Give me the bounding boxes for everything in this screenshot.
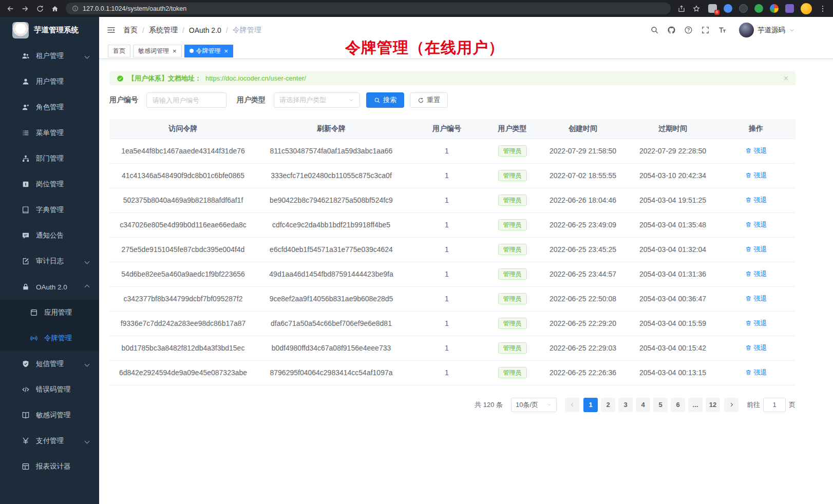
breadcrumb-item[interactable]: 首页: [123, 26, 138, 35]
help-icon[interactable]: [684, 26, 693, 34]
breadcrumb-separator: /: [182, 26, 184, 34]
column-header: 创建时间: [537, 119, 629, 139]
bookmark-star-icon[interactable]: [692, 5, 701, 13]
page-button[interactable]: 6: [671, 398, 685, 412]
access-token-cell: f9336e7c7dd242a283ee98dc86b17a87: [109, 311, 257, 336]
page-button[interactable]: 5: [653, 398, 668, 412]
sidebar-toggle-icon[interactable]: [106, 25, 116, 35]
user-no-cell: 1: [406, 311, 488, 336]
extension-icon-3[interactable]: [739, 4, 748, 13]
tab-close-icon[interactable]: ×: [224, 48, 229, 54]
fullscreen-icon[interactable]: [701, 26, 710, 34]
alert-doc-link[interactable]: https://doc.iocoder.cn/user-center/: [205, 74, 306, 82]
share-icon[interactable]: [677, 5, 686, 13]
delete-icon: [745, 320, 752, 326]
sidebar-item-error-code[interactable]: 错误码管理: [0, 377, 99, 402]
access-token-cell: 502375b8040a469a9b82188afdf6af1f: [109, 188, 257, 212]
breadcrumb-item[interactable]: 系统管理: [149, 26, 178, 35]
extension-icon-5[interactable]: [770, 4, 779, 13]
created-time-cell: 2022-06-26 18:04:46: [537, 188, 629, 212]
sidebar-item-dict[interactable]: 字典管理: [0, 197, 99, 223]
sidebar-item-role[interactable]: 角色管理: [0, 94, 99, 120]
sidebar-item-post[interactable]: 岗位管理: [0, 171, 99, 197]
created-time-cell: 2022-06-25 22:29:03: [537, 336, 629, 360]
action-cell: 强退: [716, 336, 796, 360]
sidebar-item-pay[interactable]: 支付管理: [0, 428, 99, 454]
search-button[interactable]: 搜索: [366, 92, 404, 108]
delete-icon: [745, 197, 752, 203]
app-logo[interactable]: 芋道管理系统: [0, 17, 99, 43]
sidebar-item-tenant[interactable]: 租户管理: [0, 43, 99, 69]
extension-icon-1[interactable]: 0: [708, 4, 717, 13]
site-info-icon[interactable]: [72, 5, 79, 12]
extension-icon-2[interactable]: [724, 4, 732, 13]
force-logout-button[interactable]: 强退: [745, 245, 767, 254]
force-logout-button[interactable]: 强退: [745, 319, 767, 328]
search-icon[interactable]: [650, 26, 659, 34]
extension-icon-6[interactable]: [785, 4, 794, 13]
sidebar-item-label: 审计日志: [36, 257, 64, 266]
sidebar-item-dept[interactable]: 部门管理: [0, 146, 99, 171]
tab-close-icon[interactable]: ×: [173, 48, 177, 54]
sidebar-item-oauth2-token[interactable]: 令牌管理: [0, 325, 99, 351]
home-icon[interactable]: [51, 5, 59, 13]
sidebar-item-oauth2[interactable]: OAuth 2.0: [0, 274, 99, 300]
sidebar-item-menu[interactable]: 菜单管理: [0, 120, 99, 146]
page-button[interactable]: 2: [601, 398, 615, 412]
force-logout-button[interactable]: 强退: [745, 146, 767, 156]
browser-profile-avatar[interactable]: [801, 3, 812, 14]
reload-icon[interactable]: [36, 5, 44, 13]
page-size-select[interactable]: 10条/页: [511, 398, 557, 412]
extension-icon-4[interactable]: [754, 4, 763, 13]
user-no-input[interactable]: [146, 92, 226, 108]
page-button[interactable]: 1: [583, 398, 598, 412]
delete-icon: [745, 221, 752, 228]
page-button[interactable]: 12: [706, 398, 720, 412]
force-logout-button[interactable]: 强退: [745, 196, 767, 205]
action-cell: 强退: [716, 360, 796, 385]
page-button[interactable]: 3: [618, 398, 633, 412]
page-button[interactable]: ...: [688, 398, 703, 412]
force-logout-button[interactable]: 强退: [745, 269, 767, 279]
sidebar-item-report[interactable]: 报表设计器: [0, 454, 99, 479]
force-logout-button[interactable]: 强退: [745, 220, 767, 229]
sidebar-item-oauth2-app[interactable]: 应用管理: [0, 300, 99, 325]
column-header: 过期时间: [629, 119, 716, 139]
force-logout-label: 强退: [754, 171, 767, 180]
page-button[interactable]: 4: [636, 398, 650, 412]
force-logout-button[interactable]: 强退: [745, 343, 767, 353]
font-size-icon[interactable]: [718, 26, 727, 34]
delete-icon: [745, 246, 752, 253]
sidebar-item-audit-log[interactable]: 审计日志: [0, 248, 99, 274]
app-window: 芋道管理系统 租户管理用户管理角色管理菜单管理部门管理岗位管理字典管理通知公告审…: [0, 17, 833, 504]
user-type-select[interactable]: 请选择用户类型: [274, 92, 360, 108]
user-menu[interactable]: 芋道源码: [739, 23, 795, 37]
report-icon: [22, 462, 30, 471]
tab[interactable]: 首页: [108, 45, 130, 57]
url-text: 127.0.0.1:1024/system/oauth2/token: [83, 5, 186, 12]
forward-icon[interactable]: [21, 5, 29, 13]
breadcrumb-item[interactable]: OAuth 2.0: [189, 26, 221, 34]
goto-page-input[interactable]: [763, 398, 786, 412]
force-logout-button[interactable]: 强退: [745, 171, 767, 180]
sidebar-item-sensitive-word[interactable]: 敏感词管理: [0, 402, 99, 428]
sidebar-item-notice[interactable]: 通知公告: [0, 223, 99, 248]
sidebar-item-sms[interactable]: 短信管理: [0, 351, 99, 377]
book-icon: [22, 206, 30, 214]
tab[interactable]: 令牌管理 ×: [184, 45, 234, 57]
reset-button[interactable]: 重置: [410, 92, 448, 108]
force-logout-button[interactable]: 强退: [745, 368, 767, 377]
delete-icon: [745, 295, 752, 302]
next-page-button[interactable]: [724, 398, 739, 412]
url-bar[interactable]: 127.0.0.1:1024/system/oauth2/token: [66, 3, 671, 14]
prev-page-button[interactable]: [565, 398, 579, 412]
force-logout-button[interactable]: 强退: [745, 294, 767, 303]
table-row: c342377bf8b344799dcbf7bf095287f2 9ce8ef2…: [109, 286, 796, 311]
github-icon[interactable]: [667, 26, 676, 34]
alert-close-icon[interactable]: ×: [784, 74, 788, 83]
tab[interactable]: 敏感词管理 ×: [133, 45, 182, 57]
sidebar-item-user[interactable]: 用户管理: [0, 69, 99, 94]
user-type-cell: 管理员: [488, 237, 537, 262]
browser-menu-icon[interactable]: [819, 5, 827, 13]
back-icon[interactable]: [6, 5, 14, 13]
